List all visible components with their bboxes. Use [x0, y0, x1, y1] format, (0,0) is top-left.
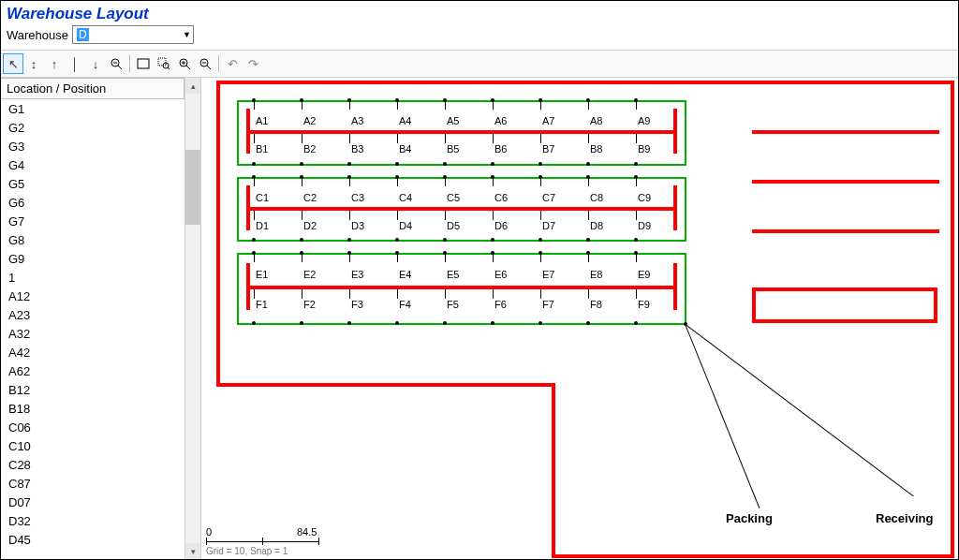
rack-bar	[673, 185, 677, 230]
location-item[interactable]: B18	[1, 399, 184, 418]
move-up-tool[interactable]: ↑	[44, 53, 65, 74]
grid-node	[634, 238, 638, 242]
redo-button[interactable]: ↷	[243, 53, 263, 74]
rack-position-label: B3	[351, 143, 363, 155]
rack-tick	[397, 289, 398, 299]
grid-node	[634, 175, 638, 179]
location-item[interactable]: G3	[1, 137, 184, 155]
grid-node	[634, 321, 638, 325]
rack-position-label: A8	[590, 115, 602, 126]
rack-position-label: E3	[351, 269, 363, 280]
location-item[interactable]: G8	[1, 230, 184, 249]
location-item[interactable]: G1	[1, 99, 184, 118]
location-item[interactable]: C28	[1, 455, 184, 474]
vertical-scrollbar[interactable]: ▴ ▾	[184, 78, 200, 559]
grid-node	[539, 238, 542, 242]
zoom-fit-tool[interactable]	[133, 53, 154, 74]
grid-node	[300, 321, 303, 325]
warehouse-dropdown[interactable]: D ▼	[72, 25, 194, 44]
location-header[interactable]: Location / Position	[1, 78, 184, 99]
grid-node	[300, 162, 303, 166]
rack-position-label: A4	[399, 115, 411, 126]
location-item[interactable]: A32	[1, 324, 184, 343]
location-item[interactable]: G5	[1, 174, 184, 193]
rack-tick	[349, 134, 350, 143]
zoom-region-tool[interactable]	[154, 53, 174, 74]
zoom-out-tool[interactable]	[106, 53, 126, 74]
rack-tick	[254, 134, 255, 143]
grid-node	[347, 175, 351, 179]
rack-position-label: B8	[590, 143, 602, 155]
location-item[interactable]: D45	[1, 530, 184, 549]
grid-node	[491, 98, 494, 102]
grid-node	[491, 321, 494, 325]
grid-node	[443, 321, 447, 325]
svg-line-6	[168, 67, 170, 69]
rack-position-label: F6	[494, 299, 507, 310]
svg-line-12	[207, 66, 211, 69]
scale-tick	[206, 538, 207, 545]
grid-node	[347, 251, 351, 255]
grid-node	[252, 162, 256, 166]
grid-node	[347, 98, 351, 102]
grid-node	[300, 175, 303, 179]
grid-node	[443, 162, 447, 166]
rack-position-label: C2	[303, 192, 317, 203]
rack-position-label: E9	[638, 269, 650, 280]
location-item[interactable]: C87	[1, 474, 184, 493]
location-item[interactable]: B12	[1, 380, 184, 399]
location-item[interactable]: 1	[1, 268, 184, 287]
rack-position-label: B5	[447, 143, 459, 155]
pointer-tool[interactable]: ↖	[3, 53, 23, 74]
grid-node	[443, 238, 447, 242]
move-down-tool[interactable]: ↓	[85, 53, 106, 74]
rack-position-label: A3	[351, 115, 363, 126]
grid-node	[539, 251, 542, 255]
rack-bar	[246, 263, 250, 310]
rack-position-label: D4	[399, 220, 412, 231]
scroll-thumb[interactable]	[185, 150, 200, 225]
rack-position-label: A9	[638, 115, 650, 126]
location-item[interactable]: A12	[1, 287, 184, 305]
grid-node	[586, 175, 590, 179]
location-item[interactable]: D32	[1, 511, 184, 530]
location-item[interactable]: C10	[1, 436, 184, 455]
location-item[interactable]: G6	[1, 193, 184, 212]
location-item[interactable]: D07	[1, 493, 184, 511]
rack-tick	[302, 211, 302, 220]
zoom-in-tool[interactable]	[174, 53, 195, 74]
rack-position-label: A6	[494, 115, 507, 126]
rack-position-label: B1	[256, 143, 268, 155]
layout-canvas[interactable]: A1A2A3A4A5A6A7A8A9B1B2B3B4B5B6B7B8B9C1C2…	[201, 78, 958, 559]
grid-node	[395, 175, 399, 179]
location-item[interactable]: A23	[1, 305, 184, 324]
shelf-bar	[752, 130, 939, 134]
move-vertical-tool[interactable]: ↕	[23, 53, 44, 74]
grid-node	[300, 251, 303, 255]
undo-button[interactable]: ↶	[222, 53, 243, 74]
scroll-down-button[interactable]: ▾	[185, 543, 200, 559]
page-title: Warehouse Layout	[1, 1, 958, 25]
aisle-line	[685, 253, 686, 323]
zoom-out2-tool[interactable]	[195, 53, 215, 74]
scroll-up-button[interactable]: ▴	[185, 78, 200, 94]
line-tool[interactable]: │	[65, 53, 85, 74]
aisle-line	[237, 164, 686, 166]
rack-tick	[397, 134, 398, 143]
location-item[interactable]: G4	[1, 155, 184, 174]
rack-tick	[302, 289, 302, 299]
location-item[interactable]: G2	[1, 118, 184, 137]
location-item[interactable]: C06	[1, 418, 184, 436]
location-item[interactable]: G7	[1, 212, 184, 230]
rack-position-label: C8	[590, 192, 603, 203]
location-item[interactable]: G9	[1, 249, 184, 268]
grid-node	[586, 238, 590, 242]
chevron-down-icon: ▼	[183, 30, 191, 39]
aisle-line	[237, 253, 239, 323]
location-item[interactable]: A62	[1, 361, 184, 380]
grid-node	[491, 175, 494, 179]
rack-tick	[349, 211, 350, 220]
grid-node	[539, 162, 542, 166]
grid-node	[586, 321, 590, 325]
location-item[interactable]: A42	[1, 343, 184, 361]
